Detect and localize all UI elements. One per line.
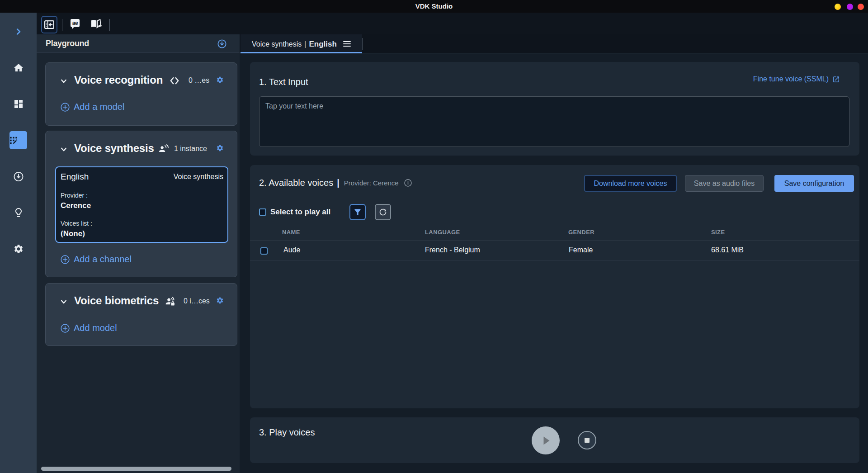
svg-text:ae: ae <box>72 20 78 26</box>
